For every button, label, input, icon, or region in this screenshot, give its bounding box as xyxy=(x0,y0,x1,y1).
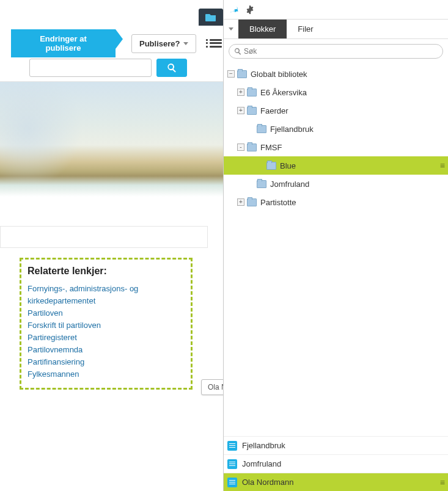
drag-handle-icon[interactable]: ≡ xyxy=(440,161,444,170)
tree-label: Globalt bibliotek xyxy=(251,70,307,79)
related-link[interactable]: Fornyings-, administrasjons- og kirkedep… xyxy=(28,283,185,307)
tree-item-blue[interactable]: Blue ≡ xyxy=(224,156,448,175)
related-link[interactable]: Forskrift til partiloven xyxy=(28,319,185,332)
related-link[interactable]: Partifinansiering xyxy=(28,356,185,368)
expander-icon[interactable]: + xyxy=(237,198,244,206)
right-toolbar xyxy=(224,0,448,20)
tree-label: Jomfruland xyxy=(270,180,309,189)
list-view-button[interactable] xyxy=(208,36,223,51)
gear-icon xyxy=(246,5,254,14)
search-icon xyxy=(234,48,241,55)
right-search-row xyxy=(224,39,448,64)
expander-spacer xyxy=(247,180,254,187)
pin-icon xyxy=(230,5,238,14)
page-search-input[interactable] xyxy=(29,59,152,77)
tree-item-partistotte[interactable]: + Partistotte xyxy=(224,193,448,211)
tree-label: Fjellandbruk xyxy=(270,125,314,134)
tabs-dropdown[interactable] xyxy=(224,20,238,38)
tree-label: Blue xyxy=(280,161,296,170)
tree-item-fmsf[interactable]: - FMSF xyxy=(224,138,448,156)
pin-button[interactable] xyxy=(226,2,242,18)
tree-item-jomfruland[interactable]: Jomfruland xyxy=(224,175,448,193)
related-link[interactable]: Partiloven xyxy=(28,307,185,319)
folder-tree: − Globalt bibliotek + E6 Åkersvika + Fae… xyxy=(224,64,448,211)
right-search-input[interactable] xyxy=(244,47,438,56)
tree-item-fjellandbruk[interactable]: Fjellandbruk xyxy=(224,120,448,138)
tree-root[interactable]: − Globalt bibliotek xyxy=(224,65,448,83)
folder-icon xyxy=(257,180,266,188)
tree-item-e6[interactable]: + E6 Åkersvika xyxy=(224,83,448,101)
content-placeholder[interactable] xyxy=(0,226,208,248)
related-link[interactable]: Partilovnemnda xyxy=(28,344,185,356)
right-tabs: Blokker Filer xyxy=(224,20,448,39)
bottom-item-jomfruland[interactable]: Jomfruland xyxy=(224,454,448,473)
block-icon xyxy=(227,441,237,451)
tree-label: Faerder xyxy=(260,106,288,115)
tab-files[interactable]: Filer xyxy=(287,20,324,38)
bottom-item-ola[interactable]: Ola Nordmann ≡ xyxy=(224,473,448,491)
search-icon xyxy=(167,63,177,73)
folder-icon xyxy=(237,70,247,78)
folder-icon xyxy=(247,198,257,206)
folder-icon xyxy=(205,13,216,21)
tree-label: FMSF xyxy=(260,143,282,152)
folder-icon xyxy=(247,89,257,96)
related-link[interactable]: Fylkesmannen xyxy=(28,368,185,380)
settings-button[interactable] xyxy=(242,2,258,18)
bottom-item-fjellandbruk[interactable]: Fjellandbruk xyxy=(224,436,448,454)
tree-label: Partistotte xyxy=(260,198,296,207)
block-icon xyxy=(227,459,237,469)
folder-icon xyxy=(257,125,266,133)
bottom-list: Fjellandbruk Jomfruland Ola Nordmann ≡ xyxy=(224,436,448,491)
assets-folder-tab[interactable] xyxy=(199,9,223,26)
toolbar-row-1: Endringer at publisere Publisere? xyxy=(11,29,223,57)
related-link[interactable]: Partiregisteret xyxy=(28,332,185,344)
block-icon xyxy=(227,478,237,487)
bottom-item-label: Ola Nordmann xyxy=(242,478,294,487)
right-search-wrap[interactable] xyxy=(229,44,443,59)
tab-blocks[interactable]: Blokker xyxy=(238,20,287,38)
expander-spacer xyxy=(257,162,264,169)
expander-icon[interactable]: − xyxy=(227,70,235,78)
toolbar-row-2 xyxy=(29,59,187,77)
chevron-down-icon xyxy=(183,42,188,45)
left-header: Endringer at publisere Publisere? xyxy=(0,0,223,82)
hero-overlay xyxy=(0,82,92,197)
publish-changes-button[interactable]: Endringer at publisere xyxy=(11,29,116,57)
related-links-title: Relaterte lenkjer: xyxy=(28,266,185,277)
folder-icon xyxy=(266,162,276,170)
right-pane: Blokker Filer − Globalt bibliotek + E6 Å… xyxy=(223,0,448,491)
tree-label: E6 Åkersvika xyxy=(260,88,307,97)
bottom-item-label: Fjellandbruk xyxy=(242,441,285,450)
expander-icon[interactable]: + xyxy=(237,107,244,114)
folder-icon xyxy=(247,107,257,115)
tree-item-faerder[interactable]: + Faerder xyxy=(224,101,448,120)
publish-dropdown-label: Publisere? xyxy=(139,39,180,48)
publish-dropdown[interactable]: Publisere? xyxy=(131,34,196,53)
folder-icon xyxy=(247,144,257,151)
left-pane: Endringer at publisere Publisere? Relate… xyxy=(0,0,223,491)
drag-handle-icon[interactable]: ≡ xyxy=(440,478,444,487)
page-search-button[interactable] xyxy=(156,59,187,77)
expander-icon[interactable]: + xyxy=(237,89,244,96)
bottom-item-label: Jomfruland xyxy=(242,459,281,468)
expander-icon[interactable]: - xyxy=(237,144,244,151)
chevron-down-icon xyxy=(229,27,233,31)
related-links-block[interactable]: Relaterte lenkjer: Fornyings-, administr… xyxy=(20,258,193,390)
expander-spacer xyxy=(247,125,254,133)
